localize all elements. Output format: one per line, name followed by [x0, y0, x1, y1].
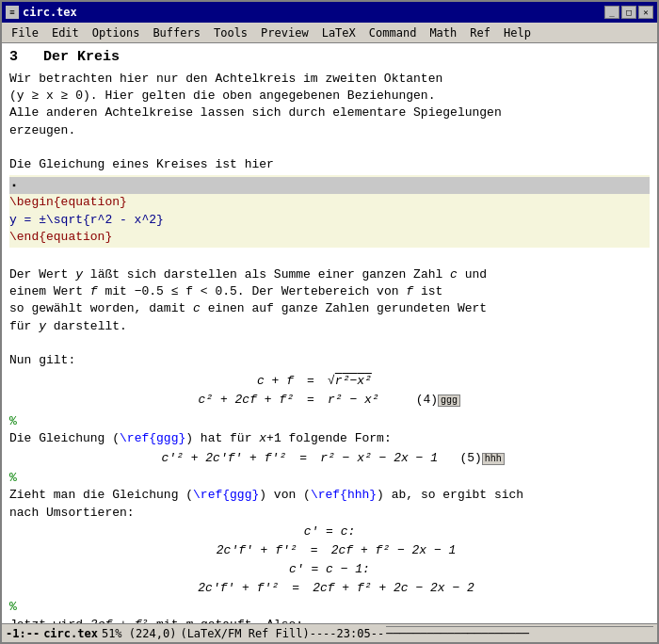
editor-content[interactable]: 3 Der Kreis Wir betrachten hier nur den … [2, 43, 657, 623]
percent-1: % [9, 413, 650, 430]
status-filename: circ.tex [43, 627, 98, 640]
menu-options[interactable]: Options [87, 25, 146, 40]
minimize-button[interactable]: _ [604, 6, 619, 19]
math2-rhs: r² − x² (4)ggg [328, 392, 478, 409]
editor-area[interactable]: 3 Der Kreis Wir betrachten hier nur den … [2, 43, 657, 623]
menu-buffers[interactable]: Buffers [147, 25, 206, 40]
math-4a: c' = c: [9, 523, 650, 540]
menu-ref[interactable]: Ref [464, 25, 496, 40]
percent-2: % [9, 470, 650, 487]
math6-lhs: 2c'f' + f'² [185, 580, 279, 597]
eq-label-ggg: ggg [438, 394, 460, 407]
title-bar: ≡ circ.tex _ □ ✕ [2, 2, 657, 23]
math6-eq: = [286, 580, 305, 597]
ref-ggg-2: \ref{ggg} [193, 488, 259, 502]
math5-lhs: 2c'f' + f'² [203, 542, 297, 559]
menu-edit[interactable]: Edit [46, 25, 85, 40]
para6-line1: Zieht man die Gleichung (\ref{ggg}) von … [9, 487, 650, 504]
para4-line3: so gewählt worden, damit c einen auf gan… [9, 300, 650, 317]
math-block-3: 2c'f' + f'² = 2cf + f² − 2x − 1 [9, 542, 650, 559]
para5: Die Gleichung (\ref{ggg}) hat für x+1 fo… [9, 430, 650, 447]
para7: Jetzt wird 2cf + f² mit m getauft. Also: [9, 617, 650, 623]
title-bar-buttons: _ □ ✕ [604, 6, 653, 19]
equation-block: ▪ \begin{equation} y = ±\sqrt{r^2 - x^2}… [9, 175, 650, 248]
maximize-button[interactable]: □ [621, 6, 636, 19]
math5-eq: = [305, 542, 324, 559]
math1-rhs: √r²−x² [328, 373, 478, 390]
menu-tools[interactable]: Tools [208, 25, 253, 40]
menu-preview[interactable]: Preview [255, 25, 314, 40]
math3-lhs: c'² + 2c'f' + f'² [154, 450, 286, 467]
eq-end-line: \end{equation} [9, 229, 650, 246]
status-bar: -1:-- circ.tex 51% (224,0) (LaTeX/FM Ref… [2, 623, 657, 642]
menu-command[interactable]: Command [363, 25, 423, 40]
para1b: (y ≥ x ≥ 0). Hier gelten die oben angege… [9, 88, 650, 105]
equation-marker-line: ▪ [9, 177, 650, 194]
math1-lhs: c + f [181, 373, 294, 390]
section-number: 3 [9, 49, 18, 65]
close-button[interactable]: ✕ [638, 6, 653, 19]
section-heading: 3 Der Kreis [9, 47, 650, 67]
eq-body-line: y = ±\sqrt{r^2 - x^2} [9, 212, 650, 229]
para4-line1: Der Wert y läßt sich darstellen als Summ… [9, 266, 650, 283]
title-bar-left: ≡ circ.tex [6, 6, 77, 19]
para2: Alle anderen Achtelkreise lassen sich du… [9, 105, 650, 121]
math-block-1: c + f = √r²−x² c² + 2cf + f² = r² − x² (… [9, 373, 650, 409]
math-block-4: 2c'f' + f'² = 2cf + f² + 2c − 2x − 2 [9, 580, 650, 597]
para4-line4: für y darstellt. [9, 318, 650, 335]
eq-label-hhh: hhh [482, 453, 505, 465]
math-block-2: c'² + 2c'f' + f'² = r² − x² − 2x − 1 (5)… [9, 450, 650, 467]
menubar: File Edit Options Buffers Tools Preview … [2, 23, 657, 43]
percent-3: % [9, 599, 650, 616]
eq-begin-line: \begin{equation} [9, 194, 650, 211]
window-icon[interactable]: ≡ [6, 6, 19, 19]
status-mode: -1:-- [6, 627, 40, 640]
menu-help[interactable]: Help [498, 25, 537, 40]
menu-file[interactable]: File [6, 25, 44, 40]
math6-rhs: 2cf + f² + 2c − 2x − 2 [313, 580, 474, 597]
ref-hhh-1: \ref{hhh} [311, 488, 377, 502]
nun-gilt: Nun gilt: [9, 352, 650, 369]
status-position: 51% (224,0) [102, 627, 176, 640]
menu-math[interactable]: Math [424, 25, 462, 40]
math2-lhs: c² + 2cf + f² [181, 392, 294, 409]
math5-rhs: 2cf + f² − 2x − 1 [331, 542, 457, 559]
math-4b: c' = c − 1: [9, 561, 650, 578]
math3-eq: = [294, 450, 313, 467]
section-title: Der Kreis [43, 49, 120, 65]
math2-eq: = [301, 392, 320, 409]
status-fill: ───────────────────── [386, 626, 653, 640]
menu-latex[interactable]: LaTeX [316, 25, 362, 40]
para2b: erzeugen. [9, 122, 650, 139]
main-window: ≡ circ.tex _ □ ✕ File Edit Options Buffe… [0, 0, 659, 644]
window-title: circ.tex [23, 6, 77, 19]
math1-eq: = [301, 373, 320, 390]
para6-line2: nach Umsortieren: [9, 505, 650, 522]
para1: Wir betrachten hier nur den Achtelkreis … [9, 71, 650, 88]
ref-ggg-1: \ref{ggg} [120, 431, 185, 445]
status-mode-info: (LaTeX/FM Ref Fill)----23:05-- [180, 627, 384, 640]
para4-line2: einem Wert f mit −0.5 ≤ f < 0.5. Der Wer… [9, 283, 650, 300]
para3: Die Gleichung eines Kreises ist hier [9, 156, 650, 173]
math3-rhs: r² − x² − 2x − 1 (5)hhh [320, 450, 505, 467]
